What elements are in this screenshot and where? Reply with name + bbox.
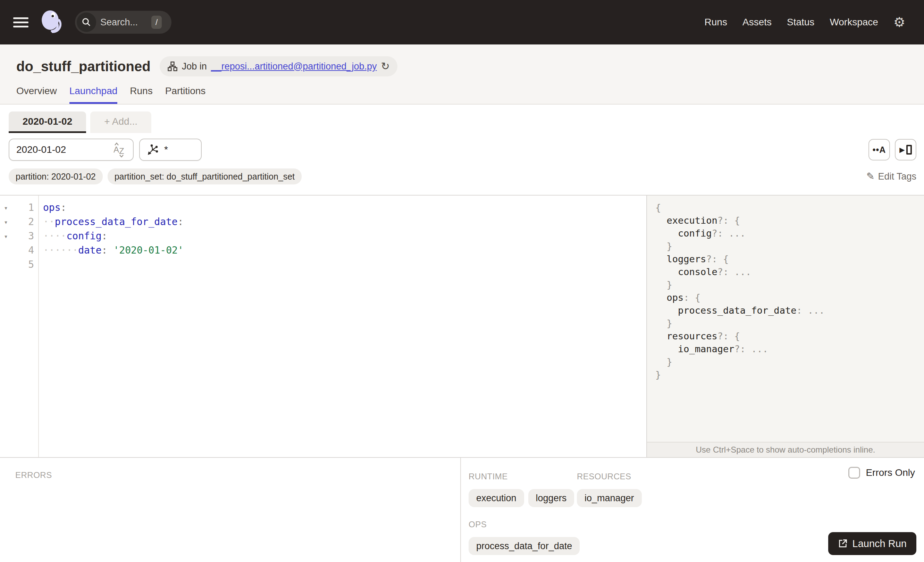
nav-link-runs[interactable]: Runs: [705, 17, 727, 28]
op-graph-icon: [147, 144, 159, 156]
resources-group: RESOURCES io_manager: [577, 472, 642, 507]
launch-run-label: Launch Run: [852, 538, 907, 550]
nav-link-workspace[interactable]: Workspace: [830, 17, 878, 28]
schema-line: io_manager?: ...: [656, 343, 924, 355]
config-editor[interactable]: ▾1 ▾2 ▾3 4 5 ops: ··process_data_for_dat…: [0, 195, 646, 457]
schema-line: }: [656, 368, 924, 381]
schema-line: }: [656, 355, 924, 368]
svg-text:A: A: [114, 145, 119, 154]
resources-label: RESOURCES: [577, 472, 642, 481]
edit-tags-label: Edit Tags: [878, 171, 916, 182]
launch-run-button[interactable]: Launch Run: [828, 532, 916, 555]
toggle-schema-panel-button[interactable]: ▶: [895, 139, 916, 161]
dagster-logo[interactable]: [38, 9, 64, 36]
edit-tags-button[interactable]: ✎ Edit Tags: [866, 171, 916, 182]
pencil-icon: ✎: [866, 171, 874, 181]
code-line: [43, 257, 646, 272]
schema-line: }: [656, 278, 924, 291]
errors-only-label: Errors Only: [866, 467, 915, 478]
code-line: ops:: [43, 200, 646, 215]
nav-link-assets[interactable]: Assets: [742, 17, 772, 28]
tab-runs[interactable]: Runs: [130, 86, 152, 104]
errors-only-toggle[interactable]: Errors Only: [848, 467, 915, 479]
schema-line: }: [656, 240, 924, 252]
line-number: 4: [12, 245, 38, 256]
tab-partitions[interactable]: Partitions: [165, 86, 206, 104]
job-icon: [167, 61, 178, 72]
config-schema-panel: { execution?: { config?: ... } loggers?:…: [646, 195, 924, 457]
tag-partition: partition: 2020-01-02: [9, 168, 103, 185]
schema-tree: { execution?: { config?: ... } loggers?:…: [647, 195, 924, 442]
line-number: 1: [12, 202, 38, 213]
config-tab-partition[interactable]: 2020-01-02: [9, 111, 86, 133]
schema-line: resources?: {: [656, 330, 924, 343]
errors-section: ERRORS: [0, 458, 461, 562]
runtime-tag-execution[interactable]: execution: [469, 489, 524, 507]
job-badge-prefix: Job in: [182, 61, 207, 72]
refresh-icon[interactable]: ↻: [381, 61, 390, 72]
sort-az-icon: A Z: [112, 142, 126, 157]
svg-text:Z: Z: [119, 146, 124, 156]
search-input[interactable]: [100, 17, 152, 28]
editor-gutter: ▾1 ▾2 ▾3 4 5: [0, 195, 39, 457]
op-selector[interactable]: *: [139, 138, 202, 161]
repository-link[interactable]: __reposi...artitioned@partitioned_job.py: [211, 61, 377, 72]
line-number: 3: [12, 230, 38, 242]
job-origin-badge: Job in __reposi...artitioned@partitioned…: [160, 56, 398, 77]
runtime-group: RUNTIME execution loggers: [469, 472, 577, 507]
resource-tag-io-manager[interactable]: io_manager: [577, 489, 642, 507]
ops-group: OPS process_data_for_date: [469, 520, 577, 555]
launchpad-controls: 2020-01-02 + Add... 2020-01-02 A Z: [0, 105, 924, 195]
fold-arrow-icon[interactable]: ▾: [0, 232, 12, 240]
autocomplete-icon: ••A: [873, 145, 886, 155]
code-line: ······date:'2020-01-02': [43, 243, 646, 257]
schema-line: config?: ...: [656, 227, 924, 240]
schema-line: {: [656, 201, 924, 214]
search-icon: [77, 12, 96, 32]
errors-label: ERRORS: [15, 470, 52, 480]
runtime-label: RUNTIME: [469, 472, 577, 481]
job-header: do_stuff_partitioned Job in __reposi...a…: [0, 45, 924, 105]
gear-icon[interactable]: ⚙: [894, 16, 905, 29]
tab-overview[interactable]: Overview: [16, 86, 57, 104]
nav-link-status[interactable]: Status: [787, 17, 814, 28]
schema-line: console?: ...: [656, 265, 924, 278]
fold-arrow-icon[interactable]: ▾: [0, 218, 12, 226]
slash-shortcut-badge: /: [152, 16, 162, 29]
autocomplete-hint: Use Ctrl+Space to show auto-completions …: [647, 442, 924, 457]
job-tabs: Overview Launchpad Runs Partitions: [16, 86, 924, 104]
runtime-tag-loggers[interactable]: loggers: [528, 489, 574, 507]
autocomplete-button[interactable]: ••A: [868, 139, 890, 161]
partition-select[interactable]: 2020-01-02 A Z: [9, 138, 134, 161]
bottom-panel: ERRORS RUNTIME execution loggers RESOURC…: [0, 457, 924, 562]
page-title: do_stuff_partitioned: [16, 57, 151, 76]
op-tag-process-data-for-date[interactable]: process_data_for_date: [469, 537, 580, 555]
errors-only-checkbox[interactable]: [848, 467, 860, 479]
code-line: ··process_data_for_date:: [43, 215, 646, 229]
tag-partition-set: partition_set: do_stuff_partitioned_part…: [108, 168, 302, 185]
schema-line: ops: {: [656, 291, 924, 304]
partition-select-value: 2020-01-02: [16, 144, 66, 155]
top-nav: / Runs Assets Status Workspace ⚙: [0, 0, 924, 45]
global-search[interactable]: /: [75, 11, 171, 34]
hamburger-menu-icon[interactable]: [13, 15, 28, 30]
line-number: 5: [12, 259, 38, 270]
op-selector-value: *: [164, 144, 168, 155]
fold-arrow-icon[interactable]: ▾: [0, 204, 12, 212]
schema-line: loggers?: {: [656, 252, 924, 265]
panel-toggle-icon: ▶: [899, 145, 912, 155]
schema-line: execution?: {: [656, 214, 924, 227]
ops-label: OPS: [469, 520, 577, 529]
launch-icon: [838, 539, 848, 548]
editor-code[interactable]: ops: ··process_data_for_date: ····config…: [39, 195, 646, 457]
code-line: ····config:: [43, 229, 646, 243]
tab-launchpad[interactable]: Launchpad: [69, 86, 118, 104]
schema-line: }: [656, 317, 924, 330]
add-config-tab-button[interactable]: + Add...: [90, 111, 152, 133]
line-number: 2: [12, 216, 38, 227]
schema-line: process_data_for_date: ...: [656, 304, 924, 317]
